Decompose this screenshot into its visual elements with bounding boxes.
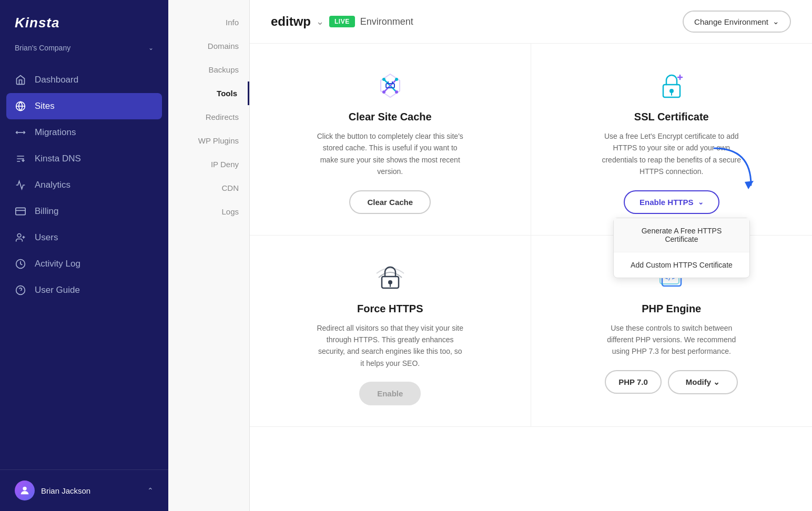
dropdown-item-custom-cert[interactable]: Add Custom HTTPS Certificate bbox=[614, 252, 749, 278]
live-badge: LIVE bbox=[329, 16, 355, 27]
sidebar-item-label: Users bbox=[35, 232, 58, 243]
avatar bbox=[15, 481, 35, 500]
php-controls: PHP 7.0 Modify ⌄ bbox=[605, 370, 738, 394]
billing-icon bbox=[15, 206, 26, 217]
tool-title: Force HTTPS bbox=[357, 303, 423, 315]
tool-card-force-https: Force HTTPS Redirect all visitors so tha… bbox=[250, 236, 531, 427]
tool-title: SSL Certificate bbox=[634, 111, 709, 123]
chevron-down-icon: ⌄ bbox=[713, 377, 720, 386]
home-icon bbox=[15, 74, 26, 86]
main-content: editwp ⌄ LIVE Environment Change Environ… bbox=[250, 0, 812, 511]
dropdown-item-free-cert[interactable]: Generate A Free HTTPS Certificate bbox=[614, 218, 749, 252]
sub-nav-domains[interactable]: Domains bbox=[168, 34, 249, 58]
user-name: Brian Jackson bbox=[41, 486, 90, 495]
svg-marker-28 bbox=[745, 181, 754, 189]
user-info[interactable]: Brian Jackson bbox=[15, 481, 90, 500]
svg-point-30 bbox=[388, 280, 392, 284]
force-https-button: Enable bbox=[359, 382, 421, 405]
sidebar-item-label: Sites bbox=[35, 101, 55, 111]
tool-desc: Redirect all visitors so that they visit… bbox=[317, 322, 464, 370]
sidebar-item-label: User Guide bbox=[35, 285, 80, 295]
svg-point-12 bbox=[23, 487, 26, 490]
sites-icon bbox=[15, 100, 26, 112]
sidebar-item-label: Billing bbox=[35, 206, 58, 217]
ssl-icon bbox=[656, 70, 687, 101]
tool-desc: Click the button to completely clear thi… bbox=[317, 130, 464, 178]
sidebar-item-migrations[interactable]: Migrations bbox=[0, 119, 168, 146]
migrations-icon bbox=[15, 127, 26, 138]
sidebar-item-billing[interactable]: Billing bbox=[0, 198, 168, 224]
clear-cache-button[interactable]: Clear Cache bbox=[349, 190, 431, 214]
sidebar-item-label: Activity Log bbox=[35, 259, 80, 269]
enable-https-button[interactable]: Enable HTTPS ⌄ bbox=[624, 190, 719, 214]
sub-nav-tools[interactable]: Tools bbox=[168, 81, 249, 105]
php-modify-button[interactable]: Modify ⌄ bbox=[668, 370, 738, 394]
svg-point-19 bbox=[395, 90, 398, 94]
sidebar-item-label: Migrations bbox=[35, 127, 76, 138]
brand-name: Kinsta bbox=[15, 15, 59, 30]
users-icon bbox=[15, 232, 26, 243]
https-dropdown: Generate A Free HTTPS Certificate Add Cu… bbox=[613, 218, 750, 278]
svg-point-17 bbox=[395, 78, 398, 81]
enable-https-label: Enable HTTPS bbox=[640, 198, 694, 207]
sidebar-item-analytics[interactable]: Analytics bbox=[0, 172, 168, 198]
site-title: editwp bbox=[271, 14, 311, 29]
sidebar-item-sites[interactable]: Sites bbox=[6, 93, 162, 119]
analytics-icon bbox=[15, 179, 26, 191]
company-name: Brian's Company bbox=[15, 44, 70, 52]
sidebar-footer: Brian Jackson ⌃ bbox=[0, 469, 168, 511]
chevron-down-icon: ⌄ bbox=[148, 44, 154, 52]
svg-point-16 bbox=[382, 78, 385, 81]
environment-label: Environment bbox=[360, 16, 413, 27]
sub-sidebar: Info Domains Backups Tools Redirects WP … bbox=[168, 0, 250, 511]
sidebar-item-dashboard[interactable]: Dashboard bbox=[0, 67, 168, 93]
sub-nav-cdn[interactable]: CDN bbox=[168, 176, 249, 200]
svg-rect-4 bbox=[16, 208, 25, 214]
change-env-label: Change Environment bbox=[694, 17, 768, 26]
brand-logo: Kinsta bbox=[0, 0, 168, 39]
main-nav: Dashboard Sites Migrations Kinsta DNS An… bbox=[0, 63, 168, 469]
php-version-button: PHP 7.0 bbox=[605, 370, 662, 394]
sidebar-item-label: Dashboard bbox=[35, 75, 78, 85]
sidebar-item-label: Analytics bbox=[35, 180, 70, 190]
dns-icon bbox=[15, 153, 26, 165]
sidebar-item-label: Kinsta DNS bbox=[35, 154, 81, 164]
sub-nav-ip-deny[interactable]: IP Deny bbox=[168, 152, 249, 176]
guide-icon bbox=[15, 284, 26, 296]
main-header: editwp ⌄ LIVE Environment Change Environ… bbox=[250, 0, 812, 44]
company-selector[interactable]: Brian's Company ⌄ bbox=[0, 39, 168, 63]
change-environment-button[interactable]: Change Environment ⌄ bbox=[683, 11, 791, 33]
chevron-down-icon: ⌄ bbox=[773, 17, 779, 26]
activity-icon bbox=[15, 258, 26, 270]
chevron-down-icon: ⌄ bbox=[698, 198, 704, 206]
tool-card-ssl: SSL Certificate Use a free Let's Encrypt… bbox=[531, 44, 813, 236]
tool-desc: Use a free Let's Encrypt certificate to … bbox=[598, 130, 745, 178]
sidebar-item-user-guide[interactable]: User Guide bbox=[0, 277, 168, 303]
sidebar-item-kinsta-dns[interactable]: Kinsta DNS bbox=[0, 146, 168, 172]
site-dropdown-icon[interactable]: ⌄ bbox=[316, 16, 324, 27]
sidebar-item-users[interactable]: Users bbox=[0, 224, 168, 251]
sub-nav-logs[interactable]: Logs bbox=[168, 200, 249, 223]
tools-grid: Clear Site Cache Click the button to com… bbox=[250, 44, 812, 427]
sidebar: Kinsta Brian's Company ⌄ Dashboard Sites… bbox=[0, 0, 168, 511]
clear-cache-icon bbox=[374, 70, 406, 101]
svg-point-6 bbox=[17, 234, 21, 238]
sub-nav-backups[interactable]: Backups bbox=[168, 58, 249, 81]
svg-point-24 bbox=[669, 89, 674, 93]
tool-title: PHP Engine bbox=[642, 303, 701, 315]
site-title-area: editwp ⌄ LIVE Environment bbox=[271, 14, 413, 29]
force-https-icon bbox=[374, 262, 406, 293]
sub-nav-redirects[interactable]: Redirects bbox=[168, 105, 249, 129]
modify-label: Modify bbox=[686, 377, 711, 386]
tool-desc: Use these controls to switch between dif… bbox=[598, 322, 745, 357]
tool-card-clear-cache: Clear Site Cache Click the button to com… bbox=[250, 44, 531, 236]
sub-nav-wp-plugins[interactable]: WP Plugins bbox=[168, 129, 249, 152]
chevron-up-icon: ⌃ bbox=[147, 486, 154, 495]
enable-https-wrapper: Enable HTTPS ⌄ Generate A Free HTTPS Cer… bbox=[624, 190, 719, 214]
sub-nav-info[interactable]: Info bbox=[168, 11, 249, 34]
tool-title: Clear Site Cache bbox=[349, 111, 432, 123]
svg-point-18 bbox=[382, 90, 385, 94]
sidebar-item-activity-log[interactable]: Activity Log bbox=[0, 251, 168, 277]
